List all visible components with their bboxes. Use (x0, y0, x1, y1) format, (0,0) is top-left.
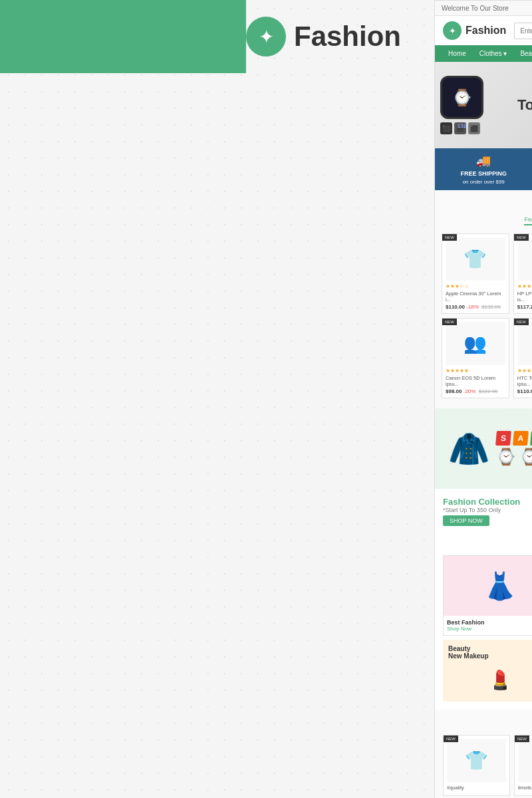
product-image: 👕 (517, 237, 532, 281)
new-badge: NEW (442, 319, 457, 325)
hero-main: ⌚ 132 ⬛ ⬛ ⬛ GET 35% OF NOW Best Colle (435, 62, 532, 148)
tab-featured[interactable]: Featured Products (524, 216, 532, 225)
new-badge: NEW (515, 735, 529, 742)
main-nav: Home Clothes ▾ Beauty ▾ Bags & Luggage ▾… (435, 45, 532, 62)
product-image: 👜 (517, 322, 532, 365)
sale-banner: 🧥 S A L E ⌚ ⌚ (435, 408, 532, 489)
brand-icon-large: ✦ (246, 17, 286, 57)
new-badge: NEW (444, 735, 458, 742)
product-card[interactable]: NEW 👥 ★★★★★ Canon EOS 5D Lorem ipsu... $… (442, 318, 509, 398)
logo-text: Fashion (466, 25, 506, 37)
hero-text: GET 35% OF NOW Best Collection Top Sale … (517, 79, 532, 131)
hero-sale-prefix: Top Sale Now! (517, 96, 532, 113)
search-bar: 🔍 (514, 23, 532, 39)
brand-name-large: Fashion (294, 21, 401, 53)
special-name: #quality (447, 785, 506, 791)
fashion-card-title: Best Fashion (447, 619, 532, 626)
logo-icon: ✦ (443, 21, 462, 40)
product-price: $110.00 -4% $122.00 (517, 388, 532, 394)
welcome-text: Welcome To Our Store (442, 5, 509, 12)
product-name: HTC Touch HD Lorem ipsu... (517, 375, 532, 387)
product-card[interactable]: NEW 👕 ★★★☆☆ HP LP3065 Lorem ipsum is... … (513, 233, 532, 314)
best-fashion-card[interactable]: 👗 Best Fashion Shop Now (443, 555, 532, 636)
sale-letters: S A L E (496, 431, 532, 446)
sale-colorful: S A L E ⌚ ⌚ (496, 431, 532, 466)
brand-logo-large: ✦ Fashion (246, 17, 401, 57)
special-image: 👕 (518, 739, 532, 782)
product-name: Apple Cinema 30" Lorem i... (446, 291, 505, 303)
store-header: ✦ Fashion 🔍 📞 Call Us 123456789 (435, 16, 532, 45)
store-logo[interactable]: ✦ Fashion (443, 21, 506, 40)
sale-letter-s: S (495, 431, 511, 446)
product-price: $110.00 -18% $132.00 (446, 304, 505, 310)
product-stars: ★★★☆☆ (446, 283, 505, 289)
fashion-collection-sub: *Start Up To 350 Only (443, 507, 532, 513)
new-badge: NEW (442, 234, 457, 241)
product-image: 👥 (446, 322, 505, 365)
topbar: Welcome To Our Store My Account USD $ En… (435, 1, 532, 16)
product-card[interactable]: NEW 👕 ★★★☆☆ Apple Cinema 30" Lorem i... … (442, 233, 509, 314)
fashion-collection: Fashion Collection *Start Up To 350 Only… (435, 489, 532, 710)
product-stars: ★★★★☆ (517, 368, 532, 374)
specials-grid: NEW 👕 #quality NEW 👕 timotius 📿 Necklace… (443, 735, 532, 796)
watch-icon-1: ⌚ (496, 448, 516, 466)
products-title: OUR PRODUCTS (442, 200, 532, 211)
hero-title: Best Collection (517, 86, 532, 96)
features-bar: 🚚 FREE SHIPPING on order over $99 🎧 CUST… (435, 148, 532, 190)
watch-icon-2: ⌚ (519, 448, 532, 466)
shop-now-button[interactable]: SHOP NOW (443, 515, 489, 526)
hero-sale: Top Sale Now! 30% off (517, 96, 532, 131)
jacket-icon: 🧥 (448, 430, 489, 468)
products-grid: NEW 👕 ★★★☆☆ Apple Cinema 30" Lorem i... … (442, 233, 532, 398)
nav-beauty[interactable]: Beauty ▾ (513, 45, 532, 62)
fashion-card-info: Best Fashion Shop Now (444, 616, 532, 635)
fashion-collection-info: Fashion Collection *Start Up To 350 Only… (443, 497, 532, 550)
fashion-collection-header: Fashion Collection *Start Up To 350 Only… (443, 497, 532, 550)
hero-tag: GET 35% OF NOW (517, 79, 532, 86)
sale-letter-a: A (513, 431, 529, 446)
fashion-cards-grid: 👗 Best Fashion Shop Now SAVE UP TO 30% M… (443, 555, 532, 702)
product-card[interactable]: NEW 👜 ★★★★☆ HTC Touch HD Lorem ipsu... $… (513, 318, 532, 398)
special-card[interactable]: NEW 👕 timotius (514, 735, 532, 796)
makeup-title: BeautyNew Makeup (448, 645, 532, 660)
special-image: 👕 (447, 739, 506, 782)
feature-shipping-title: FREE SHIPPING (460, 170, 507, 177)
makeup-image: 💄 (448, 663, 532, 696)
product-name: HP LP3065 Lorem ipsum is... (517, 291, 532, 303)
product-name: Canon EOS 5D Lorem ipsu... (446, 375, 505, 387)
watches-row: ⌚ ⌚ (496, 448, 532, 466)
feature-shipping: 🚚 FREE SHIPPING on order over $99 (460, 154, 507, 185)
product-price: $98.00 -20% $122.00 (446, 388, 505, 394)
product-stars: ★★★☆☆ (517, 283, 532, 289)
product-stars: ★★★★★ (446, 368, 505, 374)
feature-shipping-sub: on order over $99 (463, 179, 505, 185)
products-tabs: Featured Products // Latest Products // … (442, 216, 532, 225)
products-section: OUR PRODUCTS Featured Products // Latest… (435, 190, 532, 408)
fashion-card-image: 👗 (444, 556, 532, 616)
fashion-collection-title: Fashion Collection (443, 497, 532, 507)
shipping-icon: 🚚 (476, 154, 491, 168)
product-image: 👕 (446, 237, 505, 281)
makeup-card[interactable]: BeautyNew Makeup 💄 (443, 640, 532, 702)
specials-section: SPECIALS NEW 👕 #quality NEW 👕 timotius (435, 710, 532, 798)
new-badge: NEW (514, 319, 529, 325)
nav-home[interactable]: Home (442, 45, 473, 62)
special-card[interactable]: NEW 👕 #quality (443, 735, 510, 796)
specials-title: SPECIALS (443, 718, 532, 728)
watch-product-img: ⌚ 132 (440, 76, 483, 119)
search-input[interactable] (515, 24, 532, 38)
sale-banner-left: 🧥 S A L E ⌚ ⌚ (448, 430, 532, 468)
hero-section: ⌚ 132 ⬛ ⬛ ⬛ GET 35% OF NOW Best Colle (435, 62, 532, 148)
new-badge: NEW (514, 234, 529, 241)
fashion-card-link[interactable]: Shop Now (447, 626, 471, 632)
product-price: $117.20 -4% $122.00 (517, 304, 532, 310)
special-name: timotius (518, 785, 532, 791)
nav-clothes[interactable]: Clothes ▾ (473, 45, 514, 62)
